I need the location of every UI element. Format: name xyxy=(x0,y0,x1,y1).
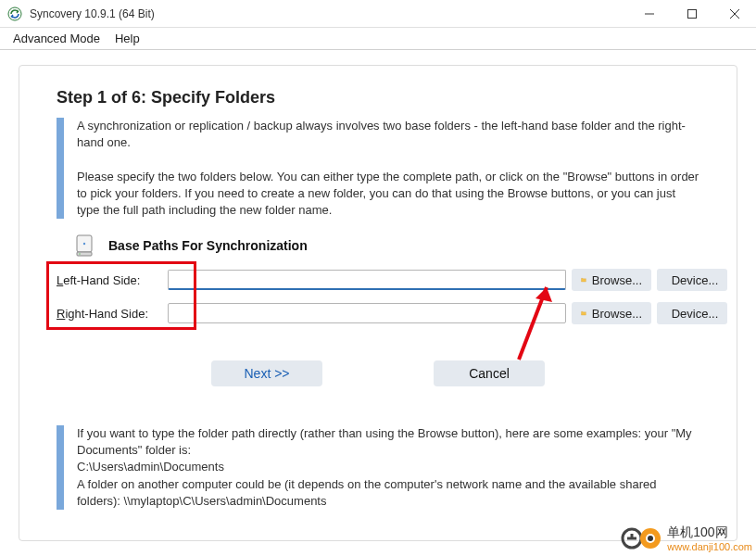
accent-bar xyxy=(57,118,64,219)
drive-icon xyxy=(71,233,97,259)
right-side-input[interactable] xyxy=(168,303,566,323)
watermark-logo-icon xyxy=(621,525,662,551)
svg-rect-2 xyxy=(688,9,697,18)
watermark-text-url: www.danji100.com xyxy=(667,541,752,552)
right-device-button[interactable]: Device... xyxy=(657,302,727,324)
help-line-3: A folder on another computer could be (i… xyxy=(77,476,699,510)
accent-bar xyxy=(57,425,64,510)
svg-point-18 xyxy=(648,536,653,541)
minimize-button[interactable] xyxy=(628,0,671,27)
folder-icon xyxy=(581,308,586,319)
help-block: If you want to type the folder path dire… xyxy=(57,425,699,510)
menu-advanced-mode[interactable]: Advanced Mode xyxy=(6,32,107,45)
menubar: Advanced Mode Help xyxy=(0,28,756,50)
cancel-button[interactable]: Cancel xyxy=(434,360,545,386)
help-line-1: If you want to type the folder path dire… xyxy=(77,425,699,459)
step-title: Step 1 of 6: Specify Folders xyxy=(57,88,275,107)
app-icon xyxy=(7,6,22,21)
description-block: A synchronization or replication / backu… xyxy=(57,118,699,219)
left-side-row: Left-Hand Side: Browse... Device... xyxy=(57,268,727,292)
section-title: Base Paths For Synchronization xyxy=(108,238,308,253)
watermark: 单机100网 www.danji100.com xyxy=(621,524,752,552)
next-button[interactable]: Next >> xyxy=(211,360,322,386)
left-device-button[interactable]: Device... xyxy=(657,269,727,291)
left-side-input[interactable] xyxy=(168,270,566,290)
right-browse-button[interactable]: Browse... xyxy=(572,302,651,324)
window-title: Syncovery 10.9.1 (64 Bit) xyxy=(30,7,628,20)
svg-point-0 xyxy=(8,7,21,20)
titlebar: Syncovery 10.9.1 (64 Bit) xyxy=(0,0,756,28)
left-side-label: Left-Hand Side: xyxy=(57,273,168,287)
section-header: Base Paths For Synchronization xyxy=(71,233,308,259)
nav-buttons: Next >> Cancel xyxy=(19,360,737,386)
description-p2: Please specify the two folders below. Yo… xyxy=(77,169,699,220)
right-side-row: Right-Hand Side: Browse... Device... xyxy=(57,301,727,325)
svg-point-7 xyxy=(83,243,85,245)
close-button[interactable] xyxy=(713,0,756,27)
svg-point-8 xyxy=(79,253,81,255)
wizard-panel: Step 1 of 6: Specify Folders A synchroni… xyxy=(19,65,737,541)
folder-icon xyxy=(581,274,586,285)
left-browse-button[interactable]: Browse... xyxy=(572,269,651,291)
maximize-button[interactable] xyxy=(671,0,713,27)
window-controls xyxy=(628,0,756,27)
watermark-text-cn: 单机100网 xyxy=(667,524,752,541)
help-line-2: C:\Users\admin\Documents xyxy=(77,459,699,475)
description-p1: A synchronization or replication / backu… xyxy=(77,118,699,151)
menu-help[interactable]: Help xyxy=(107,32,147,45)
right-side-label: Right-Hand Side: xyxy=(57,307,168,321)
